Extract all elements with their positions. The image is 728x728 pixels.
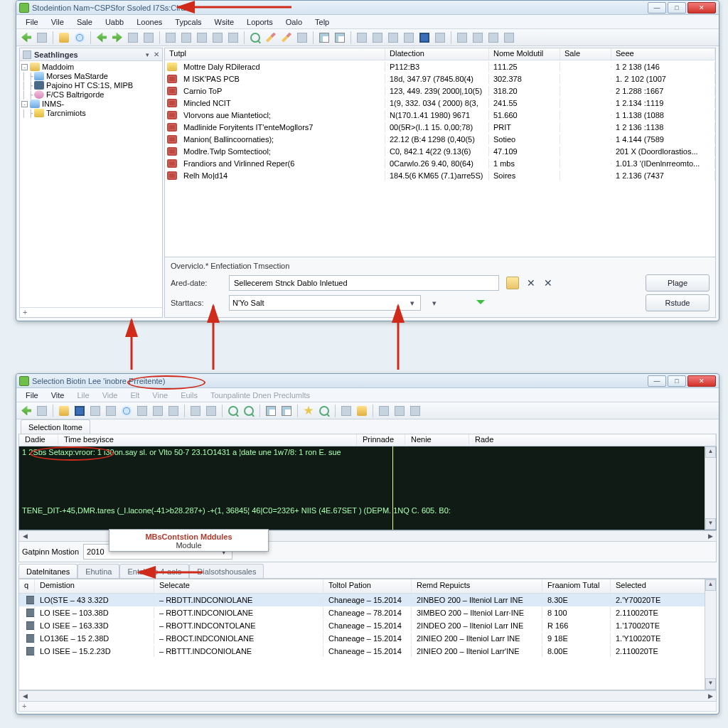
table-row[interactable]: Manion( Ballincoornaties);22.12 (B:4 129… bbox=[165, 133, 715, 145]
clear-x-icon[interactable]: ✕ bbox=[526, 277, 536, 289]
table-row[interactable]: M ISK'PAS PCB18d, 347.97 (7845.80(4)302.… bbox=[165, 73, 715, 85]
col-header[interactable]: Seee bbox=[611, 48, 715, 60]
maximize-button[interactable]: □ bbox=[668, 2, 686, 14]
table-row[interactable]: Vlorvons aue Miantetiocl;N(170.1.41 1980… bbox=[165, 109, 715, 121]
scrollbar-v[interactable]: ▲▼ bbox=[705, 579, 716, 690]
table-row[interactable]: Madlinide Foryitents IT'enteMogllors700(… bbox=[165, 121, 715, 133]
generic-icon[interactable] bbox=[486, 31, 500, 45]
menu-oalo[interactable]: Oalo bbox=[281, 17, 307, 27]
menu-telp[interactable]: Telp bbox=[310, 17, 334, 27]
minimize-button[interactable]: — bbox=[648, 2, 666, 14]
col-header[interactable]: Time besyisce bbox=[58, 434, 357, 446]
menu-euils[interactable]: Euils bbox=[176, 390, 203, 400]
generic-icon[interactable] bbox=[151, 404, 165, 418]
folder-icon[interactable] bbox=[355, 404, 369, 418]
menu-vide[interactable]: Vide bbox=[97, 390, 123, 400]
table-icon[interactable] bbox=[333, 31, 347, 45]
tree-node[interactable]: -Maddoim bbox=[21, 63, 161, 72]
search-icon[interactable] bbox=[248, 31, 262, 45]
menu-uabb[interactable]: Uabb bbox=[100, 17, 129, 27]
generic-icon[interactable] bbox=[370, 31, 385, 45]
generic-icon[interactable] bbox=[502, 31, 516, 45]
generic-icon[interactable] bbox=[164, 31, 178, 45]
generic-icon[interactable] bbox=[104, 404, 118, 418]
tab-0[interactable]: Datelnitanes bbox=[18, 564, 77, 578]
search-icon[interactable] bbox=[226, 404, 240, 418]
generic-icon[interactable] bbox=[377, 404, 391, 418]
table-icon[interactable] bbox=[264, 404, 278, 418]
table-row[interactable]: Relh Mo|d14184.5(6 KM65 (7.1)arre5S)Soir… bbox=[165, 169, 715, 181]
col-header[interactable]: Selected bbox=[611, 579, 716, 593]
col-header[interactable]: Toltol Pation bbox=[323, 579, 412, 593]
menu-file[interactable]: File bbox=[21, 17, 43, 27]
disk-icon[interactable] bbox=[119, 404, 134, 418]
col-header[interactable]: Remd Repuicts bbox=[412, 579, 542, 593]
menu-tounpalinte dnen preclumlts[interactable]: Tounpalinte Dnen Preclumlts bbox=[205, 390, 315, 400]
table-row[interactable]: Mottre Daly RDileracdP112:B3111.251 2 13… bbox=[165, 60, 715, 73]
close-button[interactable]: ✕ bbox=[687, 2, 716, 14]
tree-node[interactable]: -INMS- bbox=[21, 100, 161, 109]
chevron-down-icon[interactable]: ▾ bbox=[428, 299, 441, 308]
generic-icon[interactable] bbox=[210, 31, 225, 45]
tree-add[interactable]: + bbox=[20, 307, 162, 317]
generic-icon[interactable] bbox=[295, 31, 309, 45]
generic-icon[interactable] bbox=[433, 31, 447, 45]
col-header[interactable]: Nenie bbox=[405, 434, 469, 446]
col-header[interactable]: q bbox=[19, 579, 35, 593]
generic-icon[interactable] bbox=[339, 404, 353, 418]
col-header[interactable]: Sale bbox=[560, 48, 611, 60]
tree-node[interactable]: │ ├Morses MaStarde bbox=[21, 72, 161, 81]
star-icon[interactable] bbox=[301, 404, 316, 418]
titlebar[interactable]: Stodeintion Nam~CSPSfor Ssoled I7Ss:Clra… bbox=[16, 1, 719, 15]
generic-icon[interactable] bbox=[135, 404, 149, 418]
disk-icon[interactable] bbox=[73, 31, 87, 45]
menu-vite[interactable]: Vite bbox=[46, 390, 70, 400]
folder-icon[interactable] bbox=[57, 404, 71, 418]
close-button[interactable]: ✕ bbox=[687, 375, 716, 387]
start-combo[interactable]: N'Yo Salt ▾ bbox=[229, 295, 421, 311]
titlebar[interactable]: Selection Biotin Lee 'inobre Prreitente)… bbox=[16, 374, 719, 388]
chevron-down-icon[interactable]: ▾ bbox=[146, 51, 149, 58]
generic-icon[interactable] bbox=[226, 31, 240, 45]
tree-node[interactable]: │ ├Tarcnimiots bbox=[21, 109, 161, 118]
menu-file[interactable]: File bbox=[21, 390, 43, 400]
clear-x2-icon[interactable]: ✕ bbox=[543, 277, 553, 289]
search-icon[interactable] bbox=[242, 404, 256, 418]
minimize-button[interactable]: — bbox=[648, 375, 666, 387]
lock-icon[interactable] bbox=[506, 277, 519, 289]
col-header[interactable]: Demistion bbox=[35, 579, 154, 593]
table-row[interactable]: LO136E – 15 2.38D– RBOCT.INDCONIOLANECha… bbox=[19, 632, 716, 645]
table-icon[interactable] bbox=[317, 31, 331, 45]
menu-wsite[interactable]: Wsite bbox=[210, 17, 240, 27]
tab-2[interactable]: Entslnge 4-aols bbox=[119, 564, 189, 578]
generic-icon[interactable] bbox=[141, 31, 156, 45]
generic-icon[interactable] bbox=[402, 31, 416, 45]
col-header[interactable]: Rade bbox=[469, 434, 716, 446]
generic-icon[interactable] bbox=[188, 404, 203, 418]
table-row[interactable]: Frandiors and Virlinned Reper(60Carwlo.2… bbox=[165, 157, 715, 169]
ared-input[interactable] bbox=[229, 275, 499, 291]
save-icon[interactable] bbox=[417, 31, 432, 45]
generic-icon[interactable] bbox=[179, 31, 193, 45]
tree-close-icon[interactable]: ✕ bbox=[154, 50, 159, 58]
col-header[interactable]: Dadie bbox=[19, 434, 58, 446]
scrollbar-v[interactable]: ▲▼ bbox=[705, 446, 716, 530]
back-icon[interactable] bbox=[19, 31, 33, 45]
menu-typcals[interactable]: Typcals bbox=[170, 17, 206, 27]
pencil-icon[interactable] bbox=[279, 31, 294, 45]
pencil-icon[interactable] bbox=[264, 31, 278, 45]
generic-icon[interactable] bbox=[455, 31, 469, 45]
scrollbar-h[interactable]: ◀▶ bbox=[18, 690, 717, 702]
menu-loones[interactable]: Loones bbox=[132, 17, 167, 27]
table-row[interactable]: LO ISEE – 15.2.23D– RBTTT.INDCONIOLANECh… bbox=[19, 645, 716, 658]
menu-lile[interactable]: Lile bbox=[73, 390, 95, 400]
table-row[interactable]: Mincled NCIT1(9, 332. 034 ( 2000) 8(3,24… bbox=[165, 97, 715, 109]
menu-sale[interactable]: Sale bbox=[72, 17, 97, 27]
generic-icon[interactable] bbox=[195, 31, 209, 45]
generic-icon[interactable] bbox=[204, 404, 218, 418]
menu-vile[interactable]: Vile bbox=[46, 17, 69, 27]
menu-vine[interactable]: Vine bbox=[147, 390, 173, 400]
generic-icon[interactable] bbox=[471, 31, 485, 45]
generic-icon[interactable] bbox=[355, 31, 369, 45]
tab-1[interactable]: Ehutina bbox=[77, 564, 119, 578]
